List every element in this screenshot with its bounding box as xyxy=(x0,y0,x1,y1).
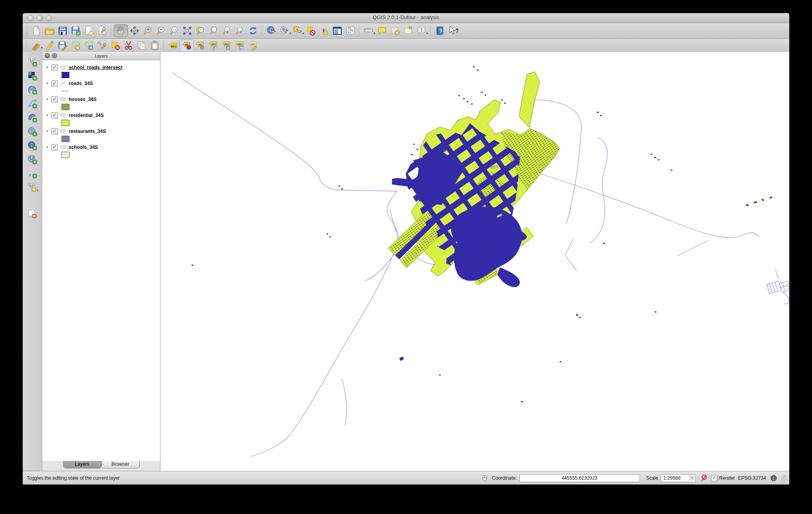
zoom-native-button[interactable]: 1:1 xyxy=(167,25,180,37)
new-shapefile-layer-button[interactable]: ▾ xyxy=(26,182,38,194)
deselect-features-button[interactable] xyxy=(304,25,317,37)
layer-visibility-checkbox[interactable]: ✓ xyxy=(51,112,58,119)
layer-item-schools-34s[interactable]: ▼✓schools_34S xyxy=(42,142,160,158)
feature-action-button[interactable]: ▾ xyxy=(278,25,291,37)
add-delimited-text-button[interactable]: , xyxy=(26,168,38,180)
help-button[interactable]: ? xyxy=(433,25,446,37)
layer-swatch[interactable] xyxy=(61,91,69,91)
current-edits-button[interactable]: ▾ xyxy=(30,40,43,51)
node-tool-button[interactable] xyxy=(95,40,109,51)
zoom-full-button[interactable] xyxy=(180,25,194,37)
open-project-button[interactable] xyxy=(43,25,56,37)
expand-triangle-icon[interactable]: ▼ xyxy=(46,113,50,117)
label-properties-button[interactable]: abc xyxy=(246,40,259,51)
measure-button[interactable]: ▾ xyxy=(362,25,375,37)
label-visibility-button[interactable]: abc xyxy=(207,40,220,51)
text-annotation-icon: T xyxy=(416,26,427,36)
label-pin-button[interactable]: ab xyxy=(180,39,194,52)
layer-swatch[interactable] xyxy=(61,152,69,158)
pan-map-button[interactable] xyxy=(114,24,128,37)
layer-visibility-checkbox[interactable]: ✓ xyxy=(51,80,58,87)
toggle-editing-button[interactable] xyxy=(43,40,56,51)
svg-text:?: ? xyxy=(456,28,458,34)
save-project-as-button[interactable] xyxy=(69,25,82,37)
save-edits-button[interactable] xyxy=(56,40,69,51)
scale-combo[interactable]: 1:29988▾ xyxy=(661,474,696,482)
coordinate-toggle-button[interactable] xyxy=(480,474,489,482)
select-features-button[interactable]: ▾ xyxy=(291,25,304,37)
new-composer-button[interactable] xyxy=(82,25,95,37)
show-bookmarks-button[interactable] xyxy=(402,25,415,37)
layer-item-restaurants-34s[interactable]: ▼✓restaurants_34S xyxy=(42,127,160,142)
map-tips-button[interactable] xyxy=(375,25,388,37)
tab-layers[interactable]: Layers xyxy=(63,461,101,469)
resize-grip[interactable] xyxy=(781,475,787,481)
stop-render-button[interactable] xyxy=(699,474,708,482)
render-checkbox[interactable]: ✓ xyxy=(711,475,717,481)
label-hold-button[interactable]: ab xyxy=(194,40,207,51)
add-raster-layer-button[interactable] xyxy=(26,70,38,82)
cut-features-button[interactable] xyxy=(122,40,135,51)
panel-float-button[interactable]: ❐ xyxy=(52,53,57,58)
label-rotate-button[interactable]: abc xyxy=(233,40,246,51)
layer-swatch[interactable] xyxy=(61,120,69,126)
move-feature-button[interactable] xyxy=(82,40,95,51)
add-vector-layer-button[interactable] xyxy=(26,56,38,68)
layer-item-houses-34s[interactable]: ▼✓houses_34S xyxy=(42,95,160,111)
paste-features-button[interactable] xyxy=(148,40,161,51)
copy-features-button[interactable] xyxy=(135,40,148,51)
expand-triangle-icon[interactable]: ▼ xyxy=(46,145,50,149)
expand-triangle-icon[interactable]: ▼ xyxy=(46,129,50,133)
zoom-to-selection-button[interactable] xyxy=(194,25,207,37)
coordinate-input[interactable]: 445555,6232923 xyxy=(519,474,640,482)
zoom-next-button[interactable] xyxy=(233,25,246,37)
layer-swatch[interactable] xyxy=(61,104,69,110)
delete-selected-button[interactable] xyxy=(109,40,122,51)
add-wms-layer-button[interactable] xyxy=(26,126,38,138)
panel-close-button[interactable]: ✕ xyxy=(45,53,50,58)
whats-this-button[interactable]: ? xyxy=(446,25,459,37)
toolbar-handle[interactable] xyxy=(25,41,29,50)
new-bookmark-button[interactable] xyxy=(388,25,402,37)
layer-item-school-roads-intersect[interactable]: ▼✓school_roads_intersect xyxy=(42,63,160,79)
composer-manager-button[interactable] xyxy=(95,25,109,37)
layer-swatch[interactable] xyxy=(61,72,69,78)
add-wcs-layer-button[interactable] xyxy=(26,140,38,152)
zoom-to-layer-button[interactable] xyxy=(207,25,220,37)
save-project-button[interactable] xyxy=(56,25,69,37)
new-project-button[interactable] xyxy=(30,25,43,37)
layer-visibility-checkbox[interactable]: ✓ xyxy=(51,128,58,134)
layer-item-roads-34s[interactable]: ▼✓roads_34S xyxy=(42,79,160,95)
select-expression-button[interactable]: ε xyxy=(317,25,331,37)
attribute-table-button[interactable] xyxy=(331,25,344,37)
add-wfs-layer-button[interactable] xyxy=(26,154,38,166)
pan-to-selection-button[interactable] xyxy=(128,25,141,37)
field-calculator-button[interactable] xyxy=(344,25,357,37)
zoom-last-button[interactable] xyxy=(220,25,233,37)
toolbar-handle[interactable] xyxy=(25,26,29,36)
add-feature-button[interactable] xyxy=(69,40,82,51)
zoom-in-button[interactable] xyxy=(141,25,154,37)
crs-status-button[interactable] xyxy=(769,474,778,482)
add-spatialite-layer-button[interactable] xyxy=(26,98,38,110)
remove-layer-button[interactable] xyxy=(26,208,38,220)
labeling-button[interactable]: abc xyxy=(166,40,180,51)
layer-visibility-checkbox[interactable]: ✓ xyxy=(51,96,58,103)
layer-visibility-checkbox[interactable]: ✓ xyxy=(51,64,58,71)
zoom-out-button[interactable] xyxy=(154,25,167,37)
layer-visibility-checkbox[interactable]: ✓ xyxy=(51,144,58,150)
refresh-button[interactable] xyxy=(246,25,259,37)
map-canvas[interactable] xyxy=(160,52,789,471)
add-mssql-layer-button[interactable] xyxy=(26,112,38,124)
identify-button[interactable]: i xyxy=(265,25,278,37)
label-move-button[interactable]: abc xyxy=(220,40,233,51)
expand-triangle-icon[interactable]: ▼ xyxy=(46,65,50,69)
expand-triangle-icon[interactable]: ▼ xyxy=(46,97,50,101)
text-annotation-button[interactable]: T▾ xyxy=(415,25,428,37)
expand-triangle-icon[interactable]: ▼ xyxy=(46,81,50,85)
tab-browser[interactable]: Browser xyxy=(101,461,140,469)
add-postgis-layer-button[interactable] xyxy=(26,84,38,96)
combo-arrow-icon[interactable]: ▾ xyxy=(689,475,695,480)
layer-item-residential-34s[interactable]: ▼✓residential_34S xyxy=(42,111,160,127)
layer-swatch[interactable] xyxy=(61,136,69,142)
